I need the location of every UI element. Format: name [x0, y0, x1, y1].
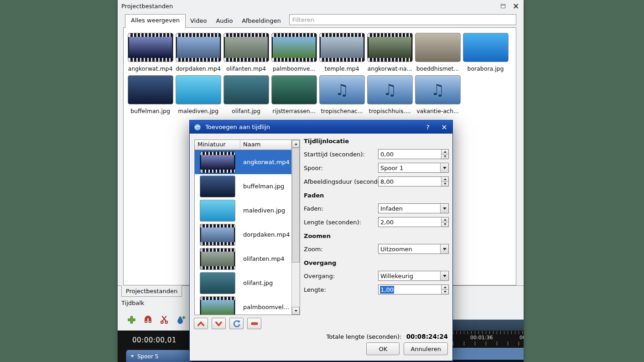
dialog-titlebar[interactable]: Toevoegen aan tijdlijn ? × [190, 120, 452, 134]
float-panel-button[interactable] [499, 2, 507, 10]
razor-icon [159, 315, 169, 325]
remove-button[interactable] [247, 318, 261, 329]
file-item-rijstterrassen[interactable]: rijstterrassen... [270, 75, 318, 114]
clip-row-buffelman-jpg[interactable]: buffelman.jpg [195, 174, 291, 198]
file-item-tropischhuis[interactable]: ♫tropischhuis.... [366, 75, 414, 114]
file-item-dorpdaken-mp4[interactable]: dorpdaken.mp4 [174, 32, 222, 72]
file-thumbnail [368, 33, 412, 62]
cancel-button[interactable]: Annuleren [404, 342, 448, 355]
panel-title: Projectbestanden [121, 3, 173, 10]
section-heading-faden: Faden [304, 192, 449, 199]
file-item-vakantie-ach[interactable]: ♫vakantie-ach... [414, 75, 462, 114]
combo-value: Infaden [380, 205, 403, 212]
form-row: Lengte (seconden):2,00 [304, 217, 449, 227]
file-thumbnail [224, 33, 269, 62]
dock-tab-projectbestanden[interactable]: Projectbestanden [121, 285, 182, 297]
list-scrollbar[interactable] [291, 140, 300, 315]
spin-up-button[interactable] [441, 285, 448, 290]
combobox-overgang[interactable]: Willekeurig [378, 271, 449, 281]
timeline-toolbar [125, 311, 187, 328]
move-up-icon [196, 320, 206, 327]
scrollbar-thumb[interactable] [292, 148, 300, 263]
file-label: buffelman.jpg [130, 108, 170, 114]
form-row: Starttijd (seconden):0,00 [304, 149, 449, 159]
spin-down-button[interactable] [441, 222, 448, 227]
spinbox-starttijd-seconden[interactable]: 0,00 [378, 149, 449, 159]
file-thumbnail [415, 33, 460, 62]
snapping-button[interactable] [141, 313, 154, 326]
clip-row-angkorwat-mp4[interactable]: angkorwat.mp4 [195, 150, 291, 174]
spinbox-afbeeldingsduur-seconde[interactable]: 8,00 [378, 176, 449, 186]
timeline-ruler[interactable]: 00:01:36 00: [453, 331, 524, 348]
close-panel-button[interactable]: × [512, 2, 520, 10]
dialog-close-button[interactable]: × [438, 123, 451, 131]
tab-alles-weergeven[interactable]: Alles weergeven [125, 14, 186, 28]
file-item-borabora-jpg[interactable]: borabora.jpg [462, 32, 509, 72]
tab-afbeeldingen[interactable]: Afbeeldingen [237, 16, 285, 27]
combo-arrow-button[interactable] [440, 271, 448, 280]
spin-value: 2,00 [380, 219, 394, 226]
combo-arrow-button[interactable] [440, 204, 448, 213]
file-thumbnail [463, 33, 508, 62]
spinbox-lengte-seconden[interactable]: 2,00 [378, 217, 449, 227]
spinbox-lengte[interactable]: 1,00 [378, 284, 449, 295]
combobox-zoom[interactable]: Uitzoomen [378, 244, 449, 254]
file-item-malediven-jpg[interactable]: malediven.jpg [174, 75, 222, 114]
clip-row-dorpdaken-mp4[interactable]: dorpdaken.mp4 [195, 222, 291, 247]
combo-arrow-button[interactable] [440, 163, 448, 172]
file-item-angkorwat-na[interactable]: angkorwat-na... [366, 32, 414, 72]
help-button[interactable]: ? [421, 124, 434, 131]
scrollbar-track[interactable] [292, 148, 300, 307]
razor-button[interactable] [158, 313, 171, 326]
timeline-track[interactable] [453, 348, 524, 360]
combobox-faden[interactable]: Infaden [378, 203, 449, 213]
spin-up-button[interactable] [441, 177, 448, 181]
file-item-olifanten-mp4[interactable]: olifanten.mp4 [222, 32, 270, 72]
filmstrip-top [200, 248, 235, 252]
combobox-spoor[interactable]: Spoor 1 [378, 163, 449, 173]
move-up-button[interactable] [194, 318, 208, 329]
clip-list-actions [194, 318, 261, 329]
float-icon [500, 3, 506, 9]
scroll-down-button[interactable] [292, 307, 300, 315]
file-item-olifant-jpg[interactable]: olifant.jpg [222, 75, 270, 114]
spin-up-button[interactable] [441, 217, 448, 222]
file-item-buffelman-jpg[interactable]: buffelman.jpg [126, 75, 174, 114]
timeline-bottom-strip [453, 360, 524, 362]
column-header-naam[interactable]: Naam [240, 140, 291, 150]
scroll-up-button[interactable] [292, 140, 300, 148]
file-item-temple-mp4[interactable]: temple.mp4 [318, 32, 366, 72]
track-header-spoor-5[interactable]: Spoor 5 [126, 350, 191, 362]
file-thumbnail [320, 33, 364, 62]
refresh-button[interactable] [229, 318, 244, 329]
spin-up-button[interactable] [441, 150, 448, 154]
file-item-palmboomve[interactable]: palmboomve... [270, 32, 318, 72]
project-files-titlebar[interactable]: Projectbestanden × [118, 0, 524, 12]
spin-down-button[interactable] [441, 181, 448, 186]
file-thumbnail [272, 76, 317, 104]
file-item-tropischenac[interactable]: ♫tropischenac... [318, 75, 366, 114]
file-label: olifanten.mp4 [226, 65, 266, 72]
tab-audio[interactable]: Audio [211, 16, 237, 27]
column-header-miniatuur[interactable]: Miniatuur [195, 140, 240, 150]
filmstrip-bottom [200, 315, 235, 315]
openshot-logo-icon [193, 123, 202, 131]
spin-down-button[interactable] [441, 290, 448, 295]
clip-row-olifanten-mp4[interactable]: olifanten.mp4 [195, 247, 291, 271]
add-marker-button[interactable] [174, 313, 187, 326]
combo-arrow-button[interactable] [440, 244, 448, 253]
ok-button[interactable]: OK [366, 342, 400, 355]
spin-down-button[interactable] [441, 154, 448, 159]
move-down-button[interactable] [212, 318, 226, 329]
add-track-button[interactable] [125, 313, 138, 326]
clip-row-malediven-jpg[interactable]: malediven.jpg [195, 198, 291, 222]
file-item-boeddhismet[interactable]: boeddhismet... [414, 32, 462, 72]
clip-row-olifant-jpg[interactable]: olifant.jpg [195, 271, 291, 295]
clip-list-table: Miniatuur Naam angkorwat.mp4buffelman.jp… [195, 140, 291, 315]
snapping-icon [143, 315, 153, 325]
clip-row-palmboomvel[interactable]: palmboomvel... [195, 295, 291, 315]
file-thumbnail: ♫ [368, 76, 412, 104]
filter-input[interactable] [289, 14, 516, 25]
tab-video[interactable]: Video [186, 16, 211, 27]
file-item-angkorwat-mp4[interactable]: angkorwat.mp4 [126, 32, 174, 72]
